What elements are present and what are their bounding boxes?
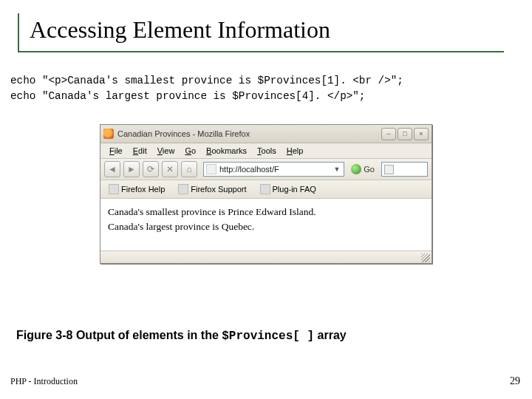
close-button[interactable]: × bbox=[414, 128, 429, 140]
search-engine-icon bbox=[384, 165, 394, 174]
menu-go[interactable]: Go bbox=[180, 146, 200, 156]
resize-grip-icon[interactable] bbox=[421, 253, 430, 262]
menu-bookmarks[interactable]: Bookmarks bbox=[202, 146, 251, 156]
php-code-block: echo "<p>Canada's smallest province is $… bbox=[10, 73, 514, 103]
menu-tools[interactable]: Tools bbox=[253, 146, 281, 156]
page-icon bbox=[206, 164, 216, 174]
bookmark-label: Firefox Support bbox=[191, 185, 246, 194]
firefox-icon bbox=[103, 129, 114, 139]
slide: Accessing Element Information echo "<p>C… bbox=[0, 0, 532, 399]
caption-code: $Provinces[ ] bbox=[222, 330, 314, 343]
go-button[interactable]: Go bbox=[347, 164, 378, 174]
back-button[interactable]: ◄ bbox=[104, 161, 120, 177]
slide-title: Accessing Element Information bbox=[18, 13, 504, 52]
code-line-2: echo "Canada's largest province is $Prov… bbox=[10, 90, 365, 102]
code-line-1: echo "<p>Canada's smallest province is $… bbox=[10, 75, 403, 86]
search-box[interactable] bbox=[381, 162, 428, 177]
bookmark-firefox-help[interactable]: Firefox Help bbox=[105, 183, 168, 196]
bookmark-icon bbox=[109, 184, 119, 194]
footer-left: PHP - Introduction bbox=[10, 376, 78, 387]
page-number: 29 bbox=[510, 375, 520, 387]
maximize-button[interactable]: □ bbox=[398, 128, 412, 140]
menu-edit[interactable]: Edit bbox=[129, 146, 151, 156]
stop-button[interactable]: ✕ bbox=[162, 161, 178, 177]
bookmarks-toolbar: Firefox Help Firefox Support Plug-in FAQ bbox=[100, 180, 432, 199]
menu-view[interactable]: View bbox=[153, 146, 180, 156]
forward-button[interactable]: ► bbox=[123, 161, 140, 177]
address-dropdown-icon[interactable]: ▼ bbox=[332, 166, 341, 173]
browser-titlebar: Canadian Provinces - Mozilla Firefox – □… bbox=[100, 125, 432, 143]
bookmark-label: Plug-in FAQ bbox=[273, 185, 316, 194]
bookmark-icon bbox=[178, 184, 188, 194]
page-content: Canada's smallest province is Prince Edw… bbox=[100, 199, 432, 250]
caption-suffix: array bbox=[314, 329, 347, 341]
go-icon bbox=[351, 164, 361, 174]
address-text: http://localhost/F bbox=[219, 165, 332, 174]
menu-file[interactable]: File bbox=[105, 146, 127, 156]
reload-button[interactable]: ⟳ bbox=[143, 161, 159, 177]
caption-prefix: Figure 3-8 Output of elements in the bbox=[16, 329, 222, 341]
bookmark-icon bbox=[260, 184, 270, 194]
content-line-1: Canada's smallest province is Prince Edw… bbox=[108, 205, 424, 219]
browser-window: Canadian Provinces - Mozilla Firefox – □… bbox=[100, 124, 432, 264]
bookmark-plugin-faq[interactable]: Plug-in FAQ bbox=[256, 183, 320, 196]
status-bar bbox=[100, 250, 432, 263]
go-label: Go bbox=[364, 165, 375, 174]
menu-help[interactable]: Help bbox=[282, 146, 308, 156]
nav-toolbar: ◄ ► ⟳ ✕ ⌂ http://localhost/F ▼ Go bbox=[100, 159, 432, 180]
window-title: Canadian Provinces - Mozilla Firefox bbox=[117, 129, 381, 138]
minimize-button[interactable]: – bbox=[381, 128, 396, 140]
bookmark-label: Firefox Help bbox=[121, 185, 165, 194]
menu-bar: File Edit View Go Bookmarks Tools Help bbox=[100, 143, 432, 159]
home-button[interactable]: ⌂ bbox=[181, 161, 197, 177]
figure-caption: Figure 3-8 Output of elements in the $Pr… bbox=[16, 329, 347, 343]
bookmark-firefox-support[interactable]: Firefox Support bbox=[174, 183, 250, 196]
content-line-2: Canada's largest province is Quebec. bbox=[108, 219, 424, 234]
address-bar[interactable]: http://localhost/F ▼ bbox=[203, 162, 344, 177]
